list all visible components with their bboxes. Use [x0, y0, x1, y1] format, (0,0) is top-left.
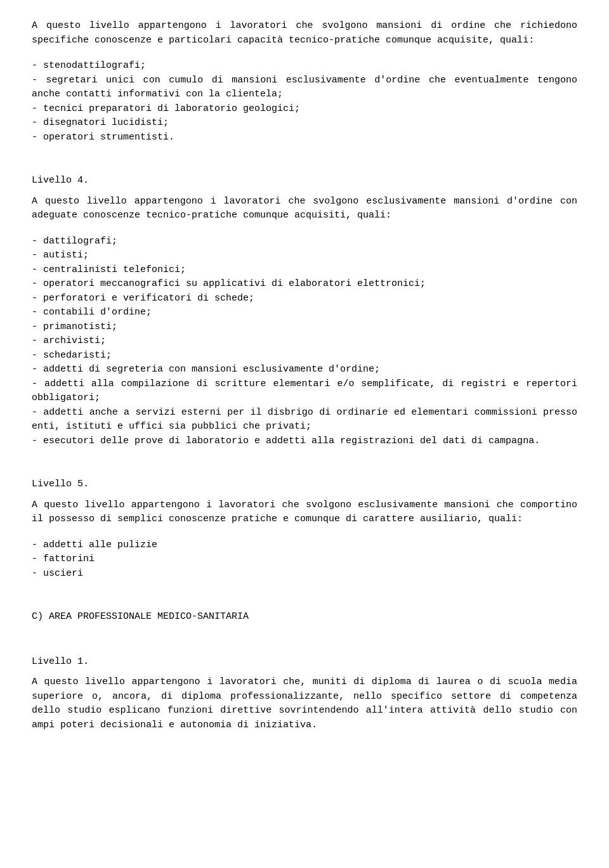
main-content: A questo livello appartengono i lavorato…	[32, 19, 577, 732]
list-item: - segretari unici con cumulo di mansioni…	[32, 74, 577, 102]
list-item: - addetti alla compilazione di scritture…	[32, 377, 577, 406]
list-item: - addetti di segreteria con mansioni esc…	[32, 363, 577, 377]
para-5: A questo livello appartengono i lavorato…	[32, 498, 577, 527]
list-item: - esecutori delle prove di laboratorio e…	[32, 434, 577, 449]
list-item: - stenodattilografi;	[32, 59, 577, 74]
list-item: - addetti alle pulizie	[32, 538, 577, 553]
list-item: - uscieri	[32, 567, 577, 581]
list-item: - addetti anche a servizi esterni per il…	[32, 406, 577, 434]
list-item: - primanotisti;	[32, 320, 577, 335]
list-item: - operatori strumentisti.	[32, 131, 577, 145]
list-item: - operatori meccanografici su applicativ…	[32, 277, 577, 292]
heading-5: Livello 5.	[32, 477, 577, 492]
heading-4: Livello 4.	[32, 174, 577, 188]
para-4: A questo livello appartengono i lavorato…	[32, 195, 577, 223]
list-item: - dattilografi;	[32, 235, 577, 249]
list-item: - tecnici preparatori di laboratorio geo…	[32, 102, 577, 117]
heading-c: C) AREA PROFESSIONALE MEDICO-SANITARIA	[32, 610, 577, 625]
list-item: - schedaristi;	[32, 349, 577, 363]
list-item: - autisti;	[32, 249, 577, 263]
list-1: - stenodattilografi;- segretari unici co…	[32, 59, 577, 145]
list-item: - fattorini	[32, 552, 577, 567]
list-item: - contabili d'ordine;	[32, 306, 577, 320]
heading-c1: Livello 1.	[32, 655, 577, 670]
list-item: - archivisti;	[32, 334, 577, 349]
list-5: - addetti alle pulizie- fattorini- uscie…	[32, 538, 577, 581]
list-item: - perforatori e verificatori di schede;	[32, 292, 577, 306]
list-item: - disegnatori lucidisti;	[32, 116, 577, 131]
list-item: - centralinisti telefonici;	[32, 263, 577, 278]
para-c1: A questo livello appartengono i lavorato…	[32, 675, 577, 732]
list-4: - dattilografi;- autisti;- centralinisti…	[32, 235, 577, 449]
intro-paragraph: A questo livello appartengono i lavorato…	[32, 19, 577, 48]
